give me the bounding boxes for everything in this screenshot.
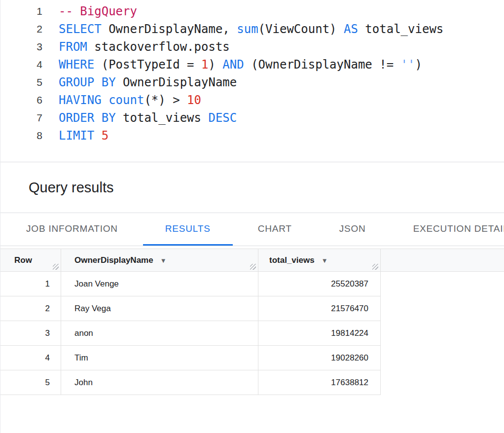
code-token-kw: FROM — [59, 40, 87, 54]
code-token-num: 10 — [187, 93, 201, 107]
line-number: 4 — [0, 59, 42, 71]
code-line[interactable]: 2SELECT OwnerDisplayName, sum(ViewCount)… — [0, 20, 504, 38]
code-lines-container: 1-- BigQuery2SELECT OwnerDisplayName, su… — [0, 2, 504, 144]
line-number: 8 — [0, 130, 42, 142]
code-text: FROM stackoverflow.posts — [59, 40, 230, 54]
code-token-str: '' — [401, 58, 415, 72]
line-number: 2 — [0, 23, 42, 35]
line-number: 3 — [0, 41, 42, 53]
cell-total-views: 19028260 — [258, 346, 381, 370]
column-resize-handle-icon[interactable] — [250, 264, 256, 270]
code-token-kw: AND — [222, 58, 244, 72]
code-token-kw: AS — [344, 22, 358, 36]
sql-editor[interactable]: 1-- BigQuery2SELECT OwnerDisplayName, su… — [0, 0, 504, 162]
cell-owner-display-name: anon — [61, 321, 258, 345]
code-token-plain — [102, 93, 108, 107]
code-text: -- BigQuery — [59, 4, 137, 18]
code-line[interactable]: 1-- BigQuery — [0, 2, 504, 20]
bigquery-results-panel: 1-- BigQuery2SELECT OwnerDisplayName, su… — [0, 0, 504, 395]
code-line[interactable]: 7ORDER BY total_views DESC — [0, 109, 504, 127]
code-token-plain: total_views — [358, 22, 443, 36]
code-token-fn: sum — [237, 22, 258, 36]
column-label-row: Row — [14, 255, 32, 265]
code-token-kw: HAVING — [59, 93, 102, 107]
sort-dropdown-icon-total-views[interactable]: ▼ — [322, 257, 328, 264]
line-number: 7 — [0, 112, 42, 124]
sort-dropdown-icon-ownerdisplayname[interactable]: ▼ — [160, 257, 167, 264]
code-token-plain: OwnerDisplayName, — [102, 22, 237, 36]
tab-job-information[interactable]: JOB INFORMATION — [4, 213, 140, 246]
column-header-ownerdisplayname[interactable]: OwnerDisplayName▼ — [61, 249, 258, 271]
cell-row-number: 3 — [0, 321, 61, 345]
code-text: WHERE (PostTypeId = 1) AND (OwnerDisplay… — [59, 58, 422, 72]
code-token-plain: (ViewCount) — [258, 22, 344, 36]
code-token-plain: total_views — [116, 111, 209, 125]
tab-chart[interactable]: CHART — [236, 213, 314, 246]
code-line[interactable]: 6HAVING count(*) > 10 — [0, 91, 504, 109]
line-number: 1 — [0, 5, 42, 17]
code-line[interactable]: 4WHERE (PostTypeId = 1) AND (OwnerDispla… — [0, 56, 504, 73]
code-text: LIMIT 5 — [59, 129, 108, 143]
tab-execution-details[interactable]: EXECUTION DETAILS — [391, 213, 504, 246]
table-header-row: Row OwnerDisplayName▼ total_views▼ — [0, 249, 504, 272]
cell-total-views: 17638812 — [258, 370, 381, 395]
code-token-comment: -- BigQuery — [59, 4, 137, 18]
code-token-kw: WHERE — [59, 58, 94, 72]
code-line[interactable]: 3FROM stackoverflow.posts — [0, 38, 504, 56]
code-token-plain: (*) > — [144, 93, 187, 107]
column-label-ownerdisplayname: OwnerDisplayName — [74, 255, 153, 265]
cell-owner-display-name: Joan Venge — [61, 272, 258, 296]
query-results-title: Query results — [0, 180, 113, 196]
column-header-row[interactable]: Row — [0, 249, 61, 271]
code-text: HAVING count(*) > 10 — [59, 93, 201, 107]
column-resize-handle-icon[interactable] — [372, 264, 378, 270]
code-text: GROUP BY OwnerDisplayName — [59, 75, 237, 89]
cell-owner-display-name: Tim — [61, 346, 258, 370]
cell-row-number: 1 — [0, 272, 61, 296]
code-text: SELECT OwnerDisplayName, sum(ViewCount) … — [59, 22, 443, 36]
code-token-kw: ORDER BY — [59, 111, 116, 125]
code-token-plain: (OwnerDisplayName != — [244, 58, 401, 72]
cell-total-views: 21576470 — [258, 296, 381, 321]
results-tab-bar: JOB INFORMATIONRESULTSCHARTJSONEXECUTION… — [0, 213, 504, 246]
code-token-plain: ) — [415, 58, 422, 72]
code-token-plain: OwnerDisplayName — [116, 75, 237, 89]
cell-owner-display-name: Ray Vega — [61, 296, 258, 321]
table-body: 1Joan Venge255203872Ray Vega215764703ano… — [0, 272, 504, 395]
line-number: 6 — [0, 94, 42, 106]
column-header-filler — [381, 249, 504, 271]
table-row: 3anon19814224 — [0, 321, 381, 346]
cell-row-number: 4 — [0, 346, 61, 370]
cell-owner-display-name: John — [61, 370, 258, 395]
cell-row-number: 5 — [0, 370, 61, 395]
results-title-bar: Query results — [0, 162, 504, 213]
results-table: Row OwnerDisplayName▼ total_views▼ 1Joan… — [0, 249, 504, 395]
cell-total-views: 25520387 — [258, 272, 381, 296]
table-row: 5John17638812 — [0, 370, 381, 395]
code-token-kw: SELECT — [59, 22, 102, 36]
code-token-kw: LIMIT — [59, 129, 94, 143]
code-token-kw: GROUP BY — [59, 75, 116, 89]
table-row: 4Tim19028260 — [0, 346, 381, 370]
cell-total-views: 19814224 — [258, 321, 381, 345]
code-token-num: 5 — [102, 129, 108, 143]
code-line[interactable]: 8LIMIT 5 — [0, 127, 504, 144]
code-token-kw: DESC — [208, 111, 237, 125]
code-line[interactable]: 5GROUP BY OwnerDisplayName — [0, 73, 504, 91]
code-token-num: 1 — [201, 58, 208, 72]
table-row: 1Joan Venge25520387 — [0, 272, 381, 296]
cell-row-number: 2 — [0, 296, 61, 321]
code-token-plain — [94, 129, 101, 143]
column-label-total-views: total_views — [269, 255, 315, 265]
line-number: 5 — [0, 76, 42, 88]
code-token-plain: stackoverflow.posts — [87, 40, 230, 54]
column-header-total-views[interactable]: total_views▼ — [258, 249, 381, 271]
code-text: ORDER BY total_views DESC — [59, 111, 237, 125]
table-row: 2Ray Vega21576470 — [0, 296, 381, 321]
code-token-plain: ) — [208, 58, 222, 72]
tab-results[interactable]: RESULTS — [143, 213, 233, 246]
code-token-plain: (PostTypeId = — [94, 58, 201, 72]
code-token-fn: count — [108, 93, 144, 107]
column-resize-handle-icon[interactable] — [53, 264, 59, 270]
tab-json[interactable]: JSON — [317, 213, 388, 246]
